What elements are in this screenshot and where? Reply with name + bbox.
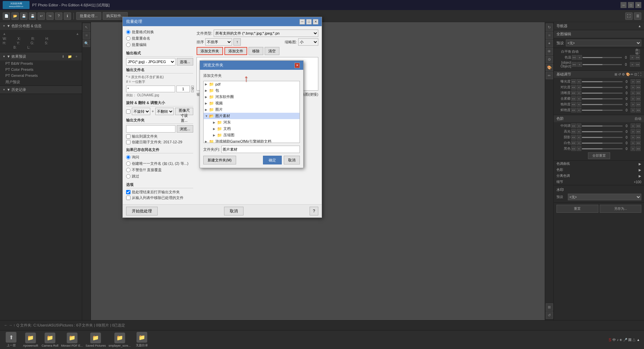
file-type-select[interactable]: 所有支持的文件 (*.bmp;*.jpg;*.jpeg;*.pn [214, 30, 318, 37]
sat-inc-sm-btn[interactable]: > [631, 102, 635, 107]
maximize-button[interactable]: □ [628, 2, 634, 8]
add-file-button[interactable]: 添加文件 [224, 47, 247, 55]
tree-item-bao[interactable]: ▶ 📁 包 [204, 87, 300, 94]
con-inc-btn[interactable]: >> [636, 85, 641, 90]
download-icon[interactable]: ⬇ [60, 54, 66, 59]
batch-close-btn[interactable]: ✕ [313, 19, 318, 24]
sat-inc-btn[interactable]: >> [636, 102, 641, 107]
sh-inc-btn[interactable]: >> [636, 135, 641, 140]
new-folder-button[interactable]: 新建文件夹(M) [203, 156, 236, 164]
ask-option[interactable]: 询问 [126, 155, 193, 160]
con-dec-sm-btn[interactable]: < [577, 85, 581, 90]
mid-dec-btn[interactable]: << [571, 123, 576, 128]
select-tool-icon[interactable]: ↖ [83, 23, 90, 31]
reset-rt-icon[interactable]: ↺ [546, 311, 553, 319]
reset-button[interactable]: 重置 [556, 205, 598, 213]
remove-file-button[interactable]: 移除 [249, 47, 263, 55]
open-output-checkbox[interactable]: 批处理结束后打开输出文件夹 [126, 190, 193, 195]
tree-item-compressed[interactable]: ▶ 📁 压缩图 [204, 132, 300, 138]
exp-dec-sm-btn[interactable]: < [577, 79, 581, 84]
folder-path-input[interactable] [126, 125, 175, 133]
vib-dec-sm-btn[interactable]: < [577, 108, 581, 112]
undo-icon[interactable]: ↩ [38, 12, 45, 20]
browse-close-btn[interactable]: ✕ [294, 63, 300, 68]
tone-auto[interactable]: 自动 [635, 116, 641, 121]
batch-maximize-btn[interactable]: □ [306, 19, 312, 24]
sh-dec-sm-btn[interactable]: < [577, 135, 581, 140]
effect-presets-header[interactable]: ▼ ▼ 效果预设 ⬇ 📁 + [0, 52, 82, 60]
pt-general-presets-item[interactable]: PT General Presets [0, 72, 82, 79]
hl-dec-btn[interactable]: << [571, 129, 576, 134]
thumbnail-select[interactable]: 小 [298, 38, 318, 46]
batch-cancel-button[interactable]: 取消 [224, 207, 244, 215]
save-icon[interactable]: 💾 [20, 12, 28, 20]
format-convert-option[interactable]: 批量格式转换 [126, 30, 193, 35]
batch-minimize-btn[interactable]: ─ [300, 19, 305, 24]
sh-inc-sm-btn[interactable]: > [631, 135, 635, 140]
brush-icon[interactable]: ✏ [546, 72, 553, 79]
watermark-preset-select[interactable]: <无> [568, 194, 641, 200]
sat-dec-btn[interactable]: << [571, 102, 576, 107]
create-date-folder-checkbox[interactable]: 创建日期子文件夹: 2017-12-29 [126, 140, 193, 145]
full-screen-icon[interactable]: ⛶ [625, 12, 633, 20]
output-format-select[interactable]: JPG(*.jpg) - JPG/JPEG [126, 58, 175, 65]
wb-auto-btn[interactable]: 自动 [635, 49, 640, 54]
taskbar-item-camera-roll[interactable]: 📁 Camera Roll [42, 333, 58, 347]
exp-inc-sm-btn[interactable]: > [631, 79, 635, 84]
tree-item-hedong[interactable]: ▶ 📁 河东软件圈 [204, 94, 300, 100]
rename-option[interactable]: 批量重命名 [126, 36, 193, 41]
overwrite-option[interactable]: 不警告!!! 直接覆盖 [126, 167, 193, 172]
cla-inc-sm-btn[interactable]: > [631, 91, 635, 95]
mid-dec-sm-btn[interactable]: < [577, 123, 581, 128]
remove-processed-checkbox[interactable]: 从输入列表中移除已处理的文件 [126, 195, 193, 200]
add-preset-icon[interactable]: + [74, 54, 79, 59]
add-folder-button[interactable]: 添加文件夹 [197, 47, 223, 55]
bl-dec-sm-btn[interactable]: < [577, 146, 581, 151]
folder-name-input[interactable] [221, 146, 300, 153]
deh-dec-btn[interactable]: << [571, 96, 576, 101]
browse-ok-button[interactable]: 确定 [263, 156, 282, 164]
resize-button[interactable]: 图像尺寸设置... [175, 108, 193, 115]
wh-inc-sm-btn[interactable]: > [631, 141, 635, 145]
browse-folder-button[interactable]: 浏览... [177, 125, 193, 133]
filename-input[interactable] [126, 86, 175, 92]
taskbar-item-back[interactable]: ⬆ 上一层 [3, 332, 19, 348]
filename-num-input[interactable] [176, 86, 190, 92]
presets-select[interactable]: <无> [566, 40, 641, 46]
cla-dec-btn[interactable]: << [571, 91, 576, 95]
create-unique-option[interactable]: 创建唯一一文件名 (如 (1), (2) 等...) [126, 161, 193, 166]
bl-inc-btn[interactable]: >> [636, 146, 641, 151]
taskbar-item-apowersoft[interactable]: 📁 Apowersoft [22, 333, 39, 347]
expand-icon[interactable]: ⊞ [546, 303, 553, 311]
pt-color-presets-item[interactable]: PT Color Presets [0, 66, 82, 72]
output-to-source-checkbox[interactable]: 输出到源文件夹 [126, 134, 193, 139]
tree-item-pdf[interactable]: ▶ 📁 pdf [204, 81, 300, 87]
tree-item-video[interactable]: ▶ 📁 视频 [204, 100, 300, 106]
redo-icon[interactable]: ↪ [46, 12, 54, 20]
zoom-tool-icon[interactable]: 🔍 [83, 40, 90, 47]
taskbar-item-unnamed[interactable]: 📁 无题目录 [133, 332, 150, 348]
skip-option[interactable]: 跳过 [126, 174, 193, 179]
flip-select[interactable]: 不翻转 [155, 108, 174, 115]
batch-process-button[interactable]: 批量处理... [76, 12, 101, 20]
mid-inc-btn[interactable]: >> [636, 123, 641, 128]
options-button[interactable]: 选项... [177, 58, 193, 65]
taskbar-item-saved-pictures[interactable]: 📁 Saved Pictures [86, 333, 106, 347]
exp-dec-btn[interactable]: << [571, 79, 576, 84]
ct-inc-sm-btn[interactable]: > [630, 55, 635, 60]
user-presets-item[interactable]: 用户预设 [0, 79, 82, 86]
ct-inc-btn[interactable]: >> [635, 55, 640, 60]
clear-button[interactable]: 清空 [265, 47, 279, 55]
deh-dec-sm-btn[interactable]: < [577, 96, 581, 101]
filename-help-btn[interactable]: ? [191, 86, 194, 92]
detail-section[interactable]: 细节 +100 [554, 179, 644, 185]
folder-icon[interactable]: 📁 [67, 54, 72, 59]
tint-dec-sm-btn[interactable]: < [577, 62, 582, 67]
ct-dec-btn[interactable]: << [572, 55, 577, 60]
open-icon[interactable]: 📂 [11, 12, 19, 20]
history-header[interactable]: ▼ ▼ 历史记录 [0, 86, 82, 94]
color-section[interactable]: 色彩 ▶ [554, 167, 644, 173]
new-icon[interactable]: 📄 [3, 12, 10, 20]
enhance-icon[interactable]: ✦ [546, 40, 553, 47]
ct-dec-sm-btn[interactable]: < [577, 55, 582, 60]
